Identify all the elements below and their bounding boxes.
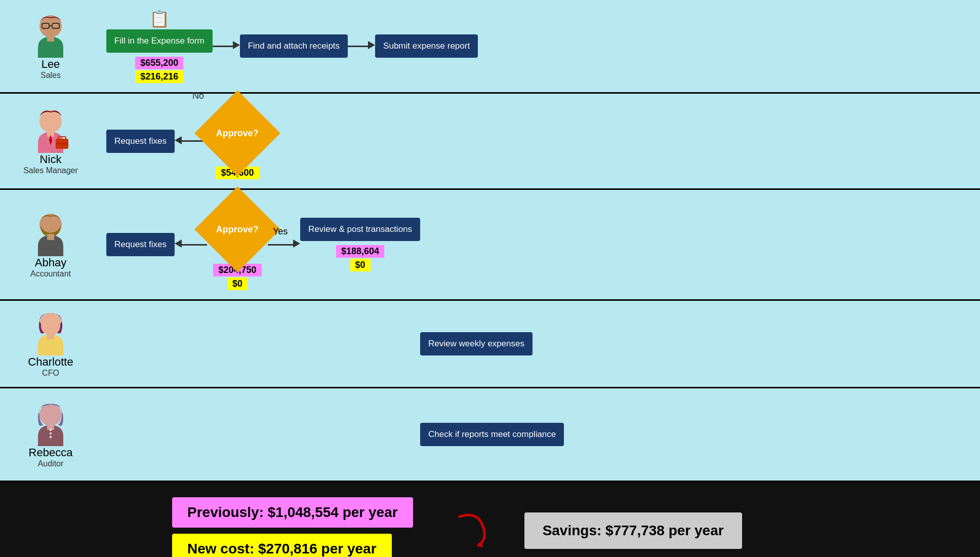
svg-point-15 bbox=[39, 404, 62, 426]
abhay-yellow-cost: $0 bbox=[227, 277, 248, 290]
svg-point-19 bbox=[50, 436, 52, 438]
avatar-charlotte bbox=[28, 310, 73, 355]
review-post-yellow-cost: $0 bbox=[350, 259, 371, 271]
approve-diamond-abhay: Approve? bbox=[194, 186, 280, 272]
actor-abhay: Abhay Accountant bbox=[10, 211, 91, 278]
approve-label-abhay: Approve? bbox=[216, 224, 259, 235]
arrow-left-icon-nick bbox=[175, 136, 182, 146]
submit-report-box: Submit expense report bbox=[375, 34, 478, 58]
request-fixes-abhay-box: Request fixes bbox=[106, 233, 175, 256]
lane-nick-content: Request fixes No Approve? $54,600 bbox=[91, 103, 970, 179]
actor-rebecca: Rebecca Auditor bbox=[10, 401, 91, 468]
actor-abhay-role: Accountant bbox=[30, 269, 71, 278]
avatar-rebecca bbox=[28, 401, 73, 446]
fill-yellow-cost: $216,216 bbox=[135, 70, 183, 83]
summary-bar: Previously: $1,048,554 per year New cost… bbox=[0, 482, 980, 557]
arrow-right-icon2 bbox=[368, 41, 375, 51]
arrow-find-to-submit bbox=[348, 41, 375, 51]
actor-nick-name: Nick bbox=[40, 153, 62, 166]
fill-pink-cost: $655,200 bbox=[135, 57, 183, 69]
actor-rebecca-name: Rebecca bbox=[29, 446, 73, 459]
actor-lee-name: Lee bbox=[42, 58, 60, 71]
actor-charlotte-role: CFO bbox=[42, 369, 59, 378]
summary-new-cost: New cost: $270,816 per year bbox=[172, 534, 392, 557]
request-fixes-nick-label: Request fixes bbox=[114, 136, 167, 146]
svg-rect-14 bbox=[47, 333, 54, 339]
document-icon: 📋 bbox=[149, 9, 170, 28]
lane-rebecca: Rebecca Auditor Check if reports meet co… bbox=[0, 388, 980, 482]
lane-rebecca-content: Check if reports meet compliance bbox=[91, 402, 970, 467]
review-weekly-box: Review weekly expenses bbox=[420, 332, 533, 355]
avatar-nick bbox=[28, 107, 73, 153]
actor-nick: Nick Sales Manager bbox=[10, 107, 91, 175]
request-fixes-abhay-label: Request fixes bbox=[114, 240, 167, 249]
lane-abhay: Abhay Accountant Request fixes No Approv… bbox=[0, 190, 980, 301]
lane-abhay-content: Request fixes No Approve? $204,750 $0 bbox=[91, 199, 970, 290]
arrow-right-icon bbox=[233, 41, 240, 51]
lane-charlotte-content: Review weekly expenses bbox=[91, 311, 970, 377]
approve-label-nick: Approve? bbox=[216, 128, 259, 139]
arrow-right-icon-abhay bbox=[293, 240, 300, 250]
review-post-costs: $188,604 $0 bbox=[336, 243, 384, 271]
svg-point-18 bbox=[50, 432, 52, 434]
yes-label-abhay: Yes bbox=[273, 226, 288, 237]
check-compliance-box: Check if reports meet compliance bbox=[420, 423, 564, 446]
lane-lee: Lee Sales 📋 Fill in the Expense form $65… bbox=[0, 0, 980, 94]
request-fixes-nick-box: Request fixes bbox=[106, 130, 175, 153]
arrow-yes-abhay: Yes bbox=[268, 240, 300, 250]
svg-point-5 bbox=[39, 110, 62, 133]
actor-nick-role: Sales Manager bbox=[23, 166, 78, 175]
actor-lee-role: Sales bbox=[40, 71, 61, 80]
lane-charlotte: Charlotte CFO Review weekly expenses bbox=[0, 301, 980, 388]
review-post-label: Review & post transactions bbox=[308, 224, 412, 234]
savings-arrow bbox=[454, 509, 494, 552]
svg-rect-4 bbox=[47, 35, 54, 42]
fill-expense-costs: $655,200 $216,216 bbox=[135, 55, 183, 83]
arrow-left-icon-abhay bbox=[175, 240, 182, 250]
lane-nick: Nick Sales Manager Request fixes No Appr… bbox=[0, 94, 980, 190]
review-weekly-label: Review weekly expenses bbox=[428, 339, 524, 348]
fill-expense-label: Fill in the Expense form bbox=[114, 36, 205, 46]
check-compliance-label: Check if reports meet compliance bbox=[428, 429, 556, 439]
no-label-nick: No bbox=[192, 91, 204, 101]
lane-lee-content: 📋 Fill in the Expense form $655,200 $216… bbox=[91, 9, 970, 83]
arrow-fill-to-find bbox=[213, 41, 240, 51]
svg-rect-12 bbox=[47, 234, 54, 240]
review-post-pink-cost: $188,604 bbox=[336, 245, 384, 258]
find-receipts-label: Find and attach receipts bbox=[248, 41, 340, 51]
review-post-box: Review & post transactions bbox=[300, 218, 420, 241]
actor-lee: Lee Sales bbox=[10, 12, 91, 80]
submit-report-label: Submit expense report bbox=[383, 41, 470, 51]
fill-expense-box: Fill in the Expense form bbox=[106, 29, 213, 53]
arrow-no-abhay: No bbox=[175, 240, 207, 250]
actor-abhay-name: Abhay bbox=[35, 256, 66, 269]
avatar-abhay bbox=[28, 211, 73, 256]
actor-charlotte-name: Charlotte bbox=[28, 355, 73, 369]
summary-previously: Previously: $1,048,554 per year bbox=[172, 497, 413, 528]
avatar-lee bbox=[28, 12, 73, 58]
svg-point-17 bbox=[50, 429, 52, 431]
actor-charlotte: Charlotte CFO bbox=[10, 310, 91, 378]
actor-rebecca-role: Auditor bbox=[38, 459, 64, 468]
summary-savings: Savings: $777,738 per year bbox=[524, 512, 742, 549]
find-receipts-box: Find and attach receipts bbox=[240, 34, 348, 58]
approve-diamond-nick: Approve? bbox=[194, 90, 280, 176]
